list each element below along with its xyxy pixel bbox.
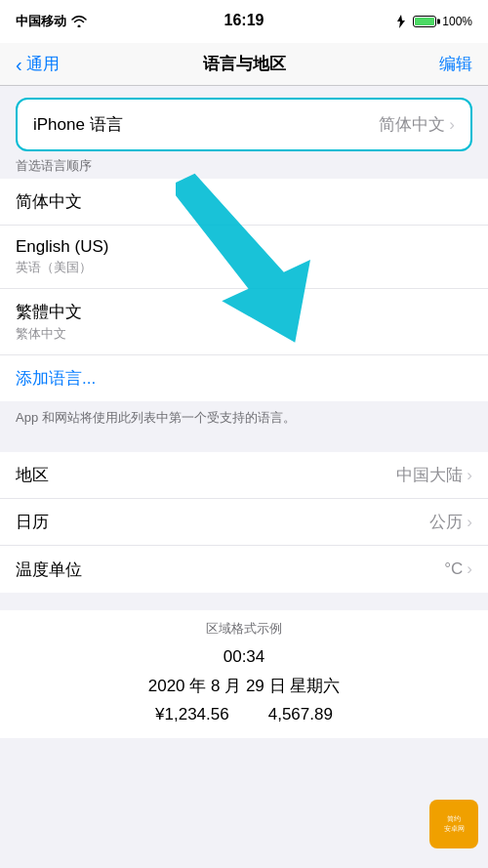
preferred-languages-header: 首选语言顺序 [0, 151, 488, 179]
battery-fill [415, 18, 434, 25]
region-section: 地区 中国大陆 › 日历 公历 › 温度单位 °C › [0, 452, 488, 593]
languages-list: 简体中文 English (US) 英语（美国） 繁體中文 繁体中文 [0, 179, 488, 354]
iphone-language-card[interactable]: iPhone 语言 简体中文 › [16, 98, 472, 151]
language-title: English (US) [16, 237, 108, 257]
region-label: 地区 [16, 464, 49, 486]
format-date: 2020 年 8 月 29 日 星期六 [0, 671, 488, 701]
back-chevron-icon: ‹ [16, 55, 22, 74]
region-current: 中国大陆 [396, 464, 463, 486]
language-subtitle: 繁体中文 [16, 325, 82, 343]
battery-label: 100% [442, 15, 472, 28]
language-simplified-chinese: 简体中文 [16, 190, 82, 213]
region-chevron-icon: › [467, 466, 472, 485]
status-left: 中国移动 [16, 13, 87, 30]
calendar-label: 日历 [16, 511, 49, 533]
iphone-language-label: iPhone 语言 [33, 113, 123, 136]
iphone-language-chevron-icon: › [449, 115, 455, 135]
page-title: 语言与地区 [203, 53, 286, 75]
charge-icon [395, 15, 407, 28]
list-item[interactable]: 繁體中文 繁体中文 [0, 289, 488, 354]
languages-footer: App 和网站将使用此列表中第一个受支持的语言。 [0, 401, 488, 434]
language-english: English (US) 英语（美国） [16, 237, 108, 276]
wifi-icon [71, 16, 87, 27]
format-time: 00:34 [0, 643, 488, 671]
temperature-chevron-icon: › [467, 559, 472, 579]
temperature-row[interactable]: 温度单位 °C › [0, 546, 488, 593]
watermark: 简约安卓网 [429, 800, 478, 848]
list-item[interactable]: 简体中文 [0, 179, 488, 226]
format-number2: 4,567.89 [268, 705, 333, 724]
iphone-language-value: 简体中文 › [379, 113, 455, 136]
back-label: 通用 [26, 53, 60, 75]
format-number1: ¥1,234.56 [155, 705, 229, 724]
status-bar: 中国移动 16:19 100% [0, 0, 488, 43]
add-language-button[interactable]: 添加语言... [0, 355, 488, 401]
language-traditional-chinese: 繁體中文 繁体中文 [16, 301, 82, 343]
format-numbers: ¥1,234.56 4,567.89 [0, 701, 488, 738]
temperature-label: 温度单位 [16, 558, 82, 581]
region-value: 中国大陆 › [396, 464, 472, 486]
format-section: 区域格式示例 00:34 2020 年 8 月 29 日 星期六 ¥1,234.… [0, 610, 488, 738]
region-row[interactable]: 地区 中国大陆 › [0, 452, 488, 499]
main-content: iPhone 语言 简体中文 › 首选语言顺序 简体中文 English (US… [0, 86, 488, 738]
add-language-section: 添加语言... [0, 354, 488, 401]
status-right: 100% [395, 15, 472, 28]
back-button[interactable]: ‹ 通用 [16, 53, 60, 75]
temperature-value: °C › [444, 559, 472, 579]
iphone-language-current: 简体中文 [379, 113, 445, 136]
temperature-current: °C [444, 559, 463, 579]
nav-bar: ‹ 通用 语言与地区 编辑 [0, 43, 488, 86]
list-item[interactable]: English (US) 英语（美国） [0, 226, 488, 289]
status-time: 16:19 [224, 12, 264, 29]
calendar-value: 公历 › [429, 511, 472, 533]
iphone-language-row[interactable]: iPhone 语言 简体中文 › [18, 100, 470, 149]
battery-icon [413, 16, 436, 27]
edit-button[interactable]: 编辑 [439, 53, 472, 75]
calendar-row[interactable]: 日历 公历 › [0, 499, 488, 546]
language-title: 繁體中文 [16, 301, 82, 323]
svg-marker-0 [397, 15, 405, 28]
format-header: 区域格式示例 [0, 610, 488, 643]
carrier-label: 中国移动 [16, 13, 66, 30]
calendar-current: 公历 [429, 511, 463, 533]
language-title: 简体中文 [16, 190, 82, 213]
language-subtitle: 英语（美国） [16, 259, 108, 276]
calendar-chevron-icon: › [467, 513, 472, 532]
